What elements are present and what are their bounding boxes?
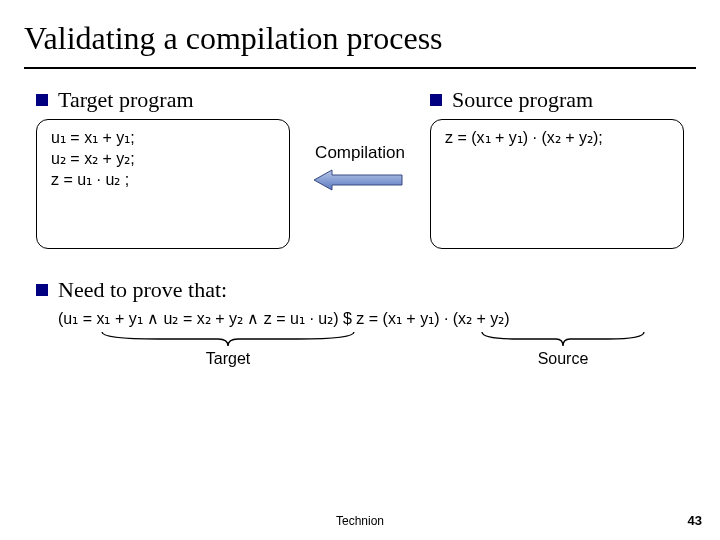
code-line: u₁ = x₁ + y₁;: [51, 128, 275, 149]
bullet-icon: [36, 94, 48, 106]
target-code-box: u₁ = x₁ + y₁; u₂ = x₂ + y₂; z = u₁ · u₂ …: [36, 119, 290, 249]
source-column: Source program z = (x₁ + y₁) · (x₂ + y₂)…: [430, 87, 684, 249]
code-line: z = (x₁ + y₁) · (x₂ + y₂);: [445, 128, 669, 149]
bullet-icon: [430, 94, 442, 106]
code-line: u₂ = x₂ + y₂;: [51, 149, 275, 170]
brace-target: Target: [98, 330, 358, 368]
prove-row: Need to prove that: (u₁ = x₁ + y₁ ∧ u₂ =…: [36, 277, 684, 380]
prove-heading: Need to prove that:: [58, 277, 227, 303]
prove-formula: (u₁ = x₁ + y₁ ∧ u₂ = x₂ + y₂ ∧ z = u₁ · …: [58, 309, 684, 328]
slide-title: Validating a compilation process: [24, 20, 696, 57]
program-row: Target program u₁ = x₁ + y₁; u₂ = x₂ + y…: [36, 87, 684, 249]
footer-org: Technion: [0, 514, 720, 528]
brace-target-label: Target: [206, 350, 250, 368]
bullet-icon: [36, 284, 48, 296]
arrow-left-icon: [310, 167, 410, 193]
title-rule: [24, 67, 696, 69]
target-heading: Target program: [58, 87, 194, 113]
compilation-column: Compilation: [290, 87, 430, 249]
code-line: z = u₁ · u₂ ;: [51, 170, 275, 191]
source-heading: Source program: [452, 87, 593, 113]
target-column: Target program u₁ = x₁ + y₁; u₂ = x₂ + y…: [36, 87, 290, 249]
footer-page: 43: [688, 513, 702, 528]
brace-row: Target Source: [58, 330, 684, 380]
source-code-box: z = (x₁ + y₁) · (x₂ + y₂);: [430, 119, 684, 249]
svg-marker-0: [314, 170, 402, 190]
brace-icon: [98, 330, 358, 348]
brace-source: Source: [478, 330, 648, 368]
compilation-label: Compilation: [315, 143, 405, 163]
brace-source-label: Source: [538, 350, 589, 368]
brace-icon: [478, 330, 648, 348]
